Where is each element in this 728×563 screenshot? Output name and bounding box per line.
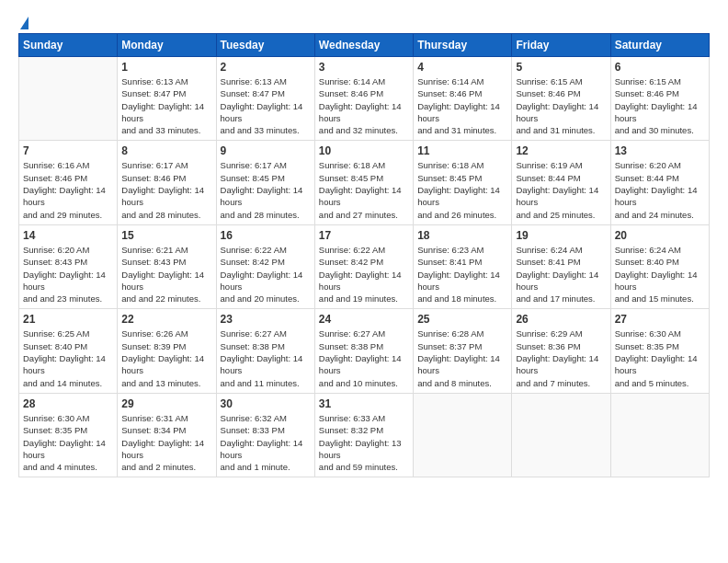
day-cell: 18Sunrise: 6:23 AMSunset: 8:41 PMDayligh…	[414, 224, 512, 308]
header-day-saturday: Saturday	[610, 34, 709, 57]
day-number: 28	[23, 397, 113, 410]
day-number: 24	[319, 313, 409, 326]
day-number: 7	[23, 144, 113, 157]
day-info: Sunrise: 6:21 AMSunset: 8:43 PMDaylight:…	[121, 244, 211, 304]
day-info: Sunrise: 6:17 AMSunset: 8:45 PMDaylight:…	[221, 159, 311, 220]
day-info: Sunrise: 6:18 AMSunset: 8:45 PMDaylight:…	[319, 159, 409, 220]
day-cell: 29Sunrise: 6:31 AMSunset: 8:34 PMDayligh…	[118, 393, 216, 477]
day-cell: 23Sunrise: 6:27 AMSunset: 8:38 PMDayligh…	[216, 309, 314, 393]
day-cell: 2Sunrise: 6:13 AMSunset: 8:47 PMDaylight…	[216, 57, 314, 141]
day-number: 9	[221, 144, 311, 157]
day-info: Sunrise: 6:20 AMSunset: 8:43 PMDaylight:…	[23, 244, 113, 304]
day-info: Sunrise: 6:27 AMSunset: 8:38 PMDaylight:…	[221, 327, 311, 388]
logo	[18, 17, 28, 29]
day-cell	[610, 393, 709, 477]
day-number: 27	[615, 313, 705, 326]
day-cell: 6Sunrise: 6:15 AMSunset: 8:46 PMDaylight…	[610, 57, 709, 141]
day-info: Sunrise: 6:14 AMSunset: 8:46 PMDaylight:…	[417, 75, 507, 136]
day-number: 1	[121, 61, 211, 74]
calendar-table: SundayMondayTuesdayWednesdayThursdayFrid…	[18, 33, 710, 477]
day-info: Sunrise: 6:25 AMSunset: 8:40 PMDaylight:…	[23, 327, 113, 388]
header-day-monday: Monday	[118, 34, 216, 57]
day-cell: 4Sunrise: 6:14 AMSunset: 8:46 PMDaylight…	[414, 57, 512, 141]
day-number: 26	[516, 313, 606, 326]
day-number: 29	[121, 397, 211, 410]
header-day-sunday: Sunday	[19, 34, 118, 57]
day-cell	[19, 57, 118, 141]
day-number: 10	[319, 144, 409, 157]
day-cell: 27Sunrise: 6:30 AMSunset: 8:35 PMDayligh…	[610, 309, 709, 393]
day-info: Sunrise: 6:33 AMSunset: 8:32 PMDaylight:…	[319, 412, 409, 473]
day-info: Sunrise: 6:28 AMSunset: 8:37 PMDaylight:…	[417, 327, 507, 388]
week-row-3: 21Sunrise: 6:25 AMSunset: 8:40 PMDayligh…	[19, 309, 710, 393]
day-number: 5	[516, 61, 606, 74]
day-cell: 31Sunrise: 6:33 AMSunset: 8:32 PMDayligh…	[314, 393, 413, 477]
day-info: Sunrise: 6:19 AMSunset: 8:44 PMDaylight:…	[516, 159, 606, 220]
day-number: 25	[417, 313, 507, 326]
day-cell: 7Sunrise: 6:16 AMSunset: 8:46 PMDaylight…	[19, 141, 118, 224]
day-number: 3	[319, 61, 409, 74]
day-cell: 25Sunrise: 6:28 AMSunset: 8:37 PMDayligh…	[414, 309, 512, 393]
header-day-tuesday: Tuesday	[216, 34, 314, 57]
day-info: Sunrise: 6:29 AMSunset: 8:36 PMDaylight:…	[516, 327, 606, 388]
day-cell: 17Sunrise: 6:22 AMSunset: 8:42 PMDayligh…	[314, 224, 413, 308]
day-number: 31	[319, 397, 409, 410]
day-info: Sunrise: 6:24 AMSunset: 8:41 PMDaylight:…	[516, 244, 606, 304]
day-info: Sunrise: 6:24 AMSunset: 8:40 PMDaylight:…	[615, 244, 705, 304]
day-number: 11	[417, 144, 507, 157]
day-cell: 15Sunrise: 6:21 AMSunset: 8:43 PMDayligh…	[118, 224, 216, 308]
day-info: Sunrise: 6:20 AMSunset: 8:44 PMDaylight:…	[615, 159, 705, 220]
day-cell: 30Sunrise: 6:32 AMSunset: 8:33 PMDayligh…	[216, 393, 314, 477]
day-info: Sunrise: 6:31 AMSunset: 8:34 PMDaylight:…	[121, 412, 211, 473]
day-cell: 8Sunrise: 6:17 AMSunset: 8:46 PMDaylight…	[118, 141, 216, 224]
day-cell	[512, 393, 610, 477]
day-number: 17	[319, 229, 409, 242]
day-info: Sunrise: 6:22 AMSunset: 8:42 PMDaylight:…	[221, 244, 311, 304]
day-number: 2	[221, 61, 311, 74]
week-row-0: 1Sunrise: 6:13 AMSunset: 8:47 PMDaylight…	[19, 57, 710, 141]
day-info: Sunrise: 6:30 AMSunset: 8:35 PMDaylight:…	[615, 327, 705, 388]
week-row-2: 14Sunrise: 6:20 AMSunset: 8:43 PMDayligh…	[19, 224, 710, 308]
day-info: Sunrise: 6:26 AMSunset: 8:39 PMDaylight:…	[121, 327, 211, 388]
day-cell: 9Sunrise: 6:17 AMSunset: 8:45 PMDaylight…	[216, 141, 314, 224]
day-info: Sunrise: 6:15 AMSunset: 8:46 PMDaylight:…	[516, 75, 606, 136]
day-info: Sunrise: 6:30 AMSunset: 8:35 PMDaylight:…	[23, 412, 113, 473]
header	[18, 17, 710, 29]
day-cell: 22Sunrise: 6:26 AMSunset: 8:39 PMDayligh…	[118, 309, 216, 393]
week-row-1: 7Sunrise: 6:16 AMSunset: 8:46 PMDaylight…	[19, 141, 710, 224]
day-number: 6	[615, 61, 705, 74]
day-number: 13	[615, 144, 705, 157]
day-number: 4	[417, 61, 507, 74]
day-cell: 16Sunrise: 6:22 AMSunset: 8:42 PMDayligh…	[216, 224, 314, 308]
day-info: Sunrise: 6:17 AMSunset: 8:46 PMDaylight:…	[121, 159, 211, 220]
day-number: 20	[615, 229, 705, 242]
day-number: 14	[23, 229, 113, 242]
day-number: 22	[121, 313, 211, 326]
day-info: Sunrise: 6:13 AMSunset: 8:47 PMDaylight:…	[121, 75, 211, 136]
day-cell: 13Sunrise: 6:20 AMSunset: 8:44 PMDayligh…	[610, 141, 709, 224]
day-cell: 10Sunrise: 6:18 AMSunset: 8:45 PMDayligh…	[314, 141, 413, 224]
day-cell: 19Sunrise: 6:24 AMSunset: 8:41 PMDayligh…	[512, 224, 610, 308]
day-cell: 21Sunrise: 6:25 AMSunset: 8:40 PMDayligh…	[19, 309, 118, 393]
day-info: Sunrise: 6:23 AMSunset: 8:41 PMDaylight:…	[417, 244, 507, 304]
day-number: 21	[23, 313, 113, 326]
day-cell: 11Sunrise: 6:18 AMSunset: 8:45 PMDayligh…	[414, 141, 512, 224]
day-cell: 26Sunrise: 6:29 AMSunset: 8:36 PMDayligh…	[512, 309, 610, 393]
day-number: 19	[516, 229, 606, 242]
header-day-friday: Friday	[512, 34, 610, 57]
day-info: Sunrise: 6:16 AMSunset: 8:46 PMDaylight:…	[23, 159, 113, 220]
day-number: 18	[417, 229, 507, 242]
day-cell: 1Sunrise: 6:13 AMSunset: 8:47 PMDaylight…	[118, 57, 216, 141]
day-cell	[414, 393, 512, 477]
day-number: 15	[121, 229, 211, 242]
week-row-4: 28Sunrise: 6:30 AMSunset: 8:35 PMDayligh…	[19, 393, 710, 477]
day-cell: 14Sunrise: 6:20 AMSunset: 8:43 PMDayligh…	[19, 224, 118, 308]
day-cell: 12Sunrise: 6:19 AMSunset: 8:44 PMDayligh…	[512, 141, 610, 224]
day-number: 30	[221, 397, 311, 410]
day-number: 8	[121, 144, 211, 157]
day-number: 16	[221, 229, 311, 242]
day-cell: 24Sunrise: 6:27 AMSunset: 8:38 PMDayligh…	[314, 309, 413, 393]
page: SundayMondayTuesdayWednesdayThursdayFrid…	[0, 0, 728, 487]
day-cell: 28Sunrise: 6:30 AMSunset: 8:35 PMDayligh…	[19, 393, 118, 477]
day-cell: 20Sunrise: 6:24 AMSunset: 8:40 PMDayligh…	[610, 224, 709, 308]
